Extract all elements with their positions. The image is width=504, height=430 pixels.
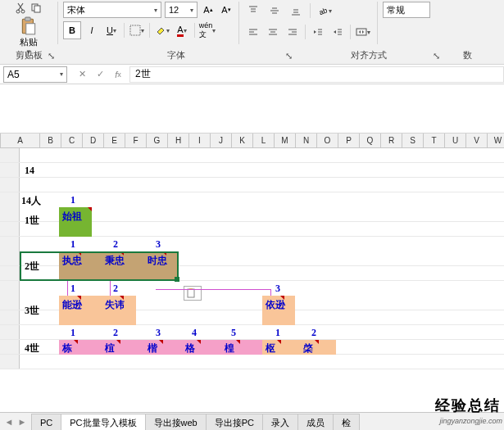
cut-icon[interactable] [15, 2, 28, 15]
row-header[interactable] [0, 222, 20, 236]
cell[interactable]: 格 [185, 342, 195, 355]
tab-nav-prev-icon[interactable]: ◄ [3, 416, 15, 428]
paste-options-button[interactable] [184, 286, 202, 301]
cell[interactable]: 时忠 [148, 255, 167, 266]
cell[interactable]: 1 [70, 238, 75, 251]
column-header[interactable]: L [253, 134, 275, 147]
sheet-tab[interactable]: PC批量导入模板 [61, 414, 145, 430]
row-header[interactable] [0, 237, 20, 265]
sheet-tab[interactable]: 录入 [262, 414, 298, 430]
cancel-icon[interactable]: ✕ [74, 66, 90, 83]
cell[interactable]: 2 [311, 327, 316, 339]
sheet-tab[interactable]: PC [31, 414, 61, 430]
align-top-icon[interactable] [244, 2, 262, 20]
column-header[interactable]: U [445, 134, 466, 147]
cell[interactable]: 3世 [25, 304, 39, 318]
align-left-icon[interactable] [244, 23, 262, 41]
row-header[interactable] [0, 340, 20, 354]
column-header[interactable]: B [40, 134, 61, 147]
column-header[interactable]: E [104, 134, 125, 147]
dialog-launcher-icon[interactable]: ⤡ [46, 51, 56, 61]
underline-button[interactable]: U▾ [102, 21, 120, 39]
sheet-tab[interactable]: 检 [333, 414, 360, 430]
column-header[interactable]: F [125, 134, 147, 147]
cell[interactable]: 栋 [62, 342, 72, 355]
row-header[interactable] [0, 355, 20, 369]
orientation-button[interactable]: ab▾ [316, 2, 334, 20]
column-header[interactable]: Q [360, 134, 381, 147]
cell[interactable]: 3 [156, 327, 161, 339]
align-center-icon[interactable] [264, 23, 282, 41]
row-header[interactable] [0, 178, 20, 192]
column-header[interactable]: G [147, 134, 168, 147]
column-header[interactable]: R [381, 134, 402, 147]
align-middle-icon[interactable] [266, 2, 284, 20]
column-header[interactable]: I [189, 134, 211, 147]
decrease-font-icon[interactable]: A▾ [219, 2, 234, 17]
cell[interactable]: 1 [70, 327, 75, 339]
cell[interactable]: 4世 [25, 342, 39, 355]
column-header[interactable]: W [488, 134, 504, 147]
cell[interactable]: 执忠 [62, 255, 82, 266]
align-right-icon[interactable] [284, 23, 302, 41]
row-header[interactable] [0, 266, 20, 280]
cell[interactable]: 3 [275, 283, 280, 295]
merge-button[interactable]: ▾ [354, 23, 372, 41]
name-box[interactable]: A5▾ [3, 66, 67, 83]
number-format-combo[interactable]: 常规 [383, 2, 430, 18]
cell[interactable]: 能逊 [62, 299, 82, 310]
fx-icon[interactable]: fx [110, 66, 126, 83]
cell[interactable]: 楻 [225, 342, 234, 355]
fill-color-button[interactable]: ▾ [153, 21, 171, 39]
cell[interactable]: 椬 [105, 342, 115, 355]
row-header[interactable] [0, 163, 20, 177]
cell[interactable]: 秉忠 [105, 255, 125, 266]
border-button[interactable]: ▾ [128, 21, 146, 39]
column-header[interactable]: M [275, 134, 296, 147]
row-header[interactable] [0, 281, 20, 310]
column-header[interactable]: K [232, 134, 253, 147]
formula-input[interactable]: 2世 [129, 66, 504, 83]
column-header[interactable]: J [211, 134, 232, 147]
cell[interactable]: 1 [275, 327, 280, 339]
sheet-tab[interactable]: 导出接PC [206, 414, 263, 430]
increase-indent-icon[interactable] [329, 23, 347, 41]
font-size-combo[interactable]: 12▾ [165, 2, 198, 18]
sheet-tab[interactable]: 导出接web [145, 414, 207, 430]
column-header[interactable]: C [61, 134, 83, 147]
column-header[interactable]: V [466, 134, 488, 147]
cell[interactable]: 1世 [25, 214, 39, 228]
row-header[interactable] [0, 192, 20, 221]
italic-button[interactable]: I [83, 21, 101, 39]
dialog-launcher-icon[interactable]: ⤡ [284, 51, 293, 61]
cell[interactable]: 枢 [266, 342, 275, 355]
cell[interactable]: 失讳 [105, 299, 125, 310]
column-header[interactable]: S [402, 134, 424, 147]
cell[interactable]: 棨 [303, 342, 313, 355]
dialog-launcher-icon[interactable]: ⤡ [431, 51, 441, 61]
row-header[interactable] [0, 325, 20, 339]
cell[interactable]: 楷 [148, 342, 157, 355]
cell[interactable]: 1 [70, 283, 75, 295]
phonetic-button[interactable]: wén文▾ [198, 21, 216, 39]
column-header[interactable]: T [424, 134, 445, 147]
cell[interactable]: 5 [231, 327, 236, 339]
increase-font-icon[interactable]: A▴ [201, 2, 216, 17]
spreadsheet-grid[interactable]: 14 14人 1 1世 始祖 1 2 3 2世 执忠 秉忠 时忠 1 2 3 3… [0, 148, 504, 394]
cell[interactable]: 依逊 [266, 299, 285, 310]
font-color-button[interactable]: A▾ [173, 21, 191, 39]
enter-icon[interactable]: ✓ [92, 66, 108, 83]
copy-icon[interactable] [30, 2, 43, 15]
cell[interactable]: 14人 [21, 194, 41, 208]
cell[interactable]: 2 [113, 283, 118, 295]
cell[interactable]: 3 [156, 238, 161, 251]
sheet-tab[interactable]: 成员 [297, 414, 334, 430]
column-header[interactable]: O [317, 134, 338, 147]
cell[interactable]: 4 [192, 327, 197, 339]
column-header[interactable]: H [168, 134, 189, 147]
column-header[interactable]: N [296, 134, 317, 147]
cell[interactable]: 1 [70, 194, 75, 206]
cell[interactable]: 2 [113, 238, 118, 251]
align-bottom-icon[interactable] [287, 2, 305, 20]
column-header[interactable]: P [338, 134, 360, 147]
